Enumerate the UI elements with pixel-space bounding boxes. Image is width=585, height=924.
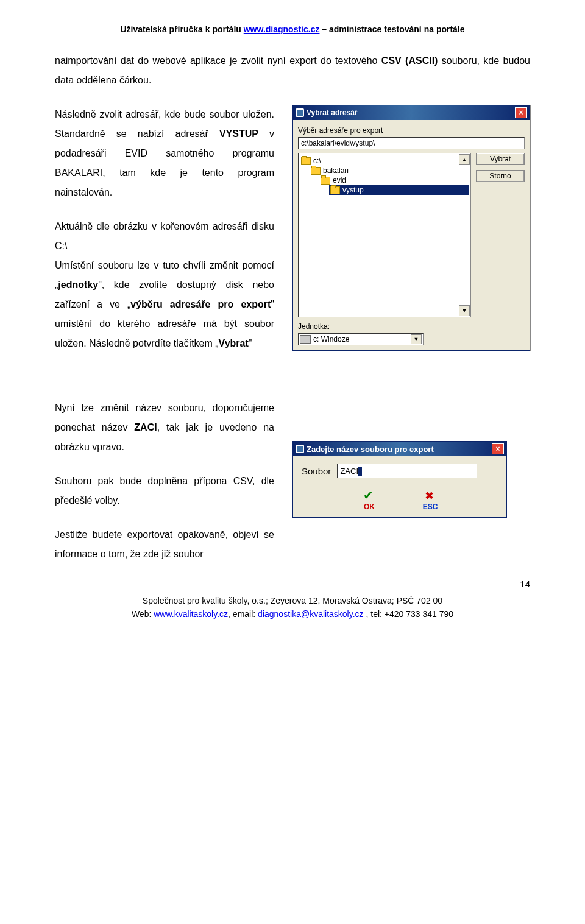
paragraph-3: Aktuálně dle obrázku v kořenovém adresář… [55, 217, 274, 353]
drive-combobox[interactable]: c: Windoze ▼ [298, 333, 424, 345]
header-prefix: Uživatelská příručka k portálu [120, 24, 243, 34]
folder-icon [330, 186, 340, 194]
folder-icon [301, 157, 311, 165]
dialog-select-folder: Vybrat adresář × Výběr adresáře pro expo… [292, 105, 530, 351]
header-suffix: – administrace testování na portále [319, 24, 464, 34]
check-icon [362, 492, 377, 501]
dialog1-titlebar[interactable]: Vybrat adresář × [293, 105, 530, 120]
page-footer: Společnost pro kvalitu školy, o.s.; Zeye… [55, 594, 530, 621]
footer-tel: +420 733 341 790 [385, 609, 453, 619]
drive-value: c: Windoze [313, 335, 349, 344]
app-icon [296, 445, 304, 453]
footer-email-link[interactable]: diagnostika@kvalitaskoly.cz [258, 609, 363, 619]
paragraph-1: naimportování dat do webové aplikace je … [55, 51, 530, 90]
close-icon[interactable]: × [492, 443, 504, 454]
tree-item-root[interactable]: c:\ [300, 156, 469, 166]
dialog-export-filename: Zadejte název souboru pro export × Soubo… [292, 441, 507, 518]
export-folder-label: Výběr adresáře pro export [298, 126, 525, 135]
page-header: Uživatelská příručka k portálu www.diagn… [55, 24, 530, 34]
dialog2-titlebar[interactable]: Zadejte název souboru pro export × [293, 442, 506, 456]
close-icon[interactable]: × [515, 107, 527, 118]
paragraph-5: Souboru pak bude doplněna přípona CSV, d… [55, 471, 274, 510]
header-link[interactable]: www.diagnostic.cz [244, 24, 320, 34]
tree-item-bakalari[interactable]: bakalari [310, 166, 469, 175]
page-number: 14 [55, 579, 530, 589]
ok-button[interactable]: OK [354, 492, 385, 511]
tree-item-vystup[interactable]: vystup [329, 185, 469, 195]
folder-icon [311, 167, 321, 175]
drive-icon [300, 335, 311, 344]
folder-icon [321, 177, 330, 185]
path-display: c:\bakalari\evid\vystup\ [298, 137, 525, 149]
soubor-label: Soubor [302, 466, 331, 476]
filename-input[interactable]: ZACI [337, 464, 477, 478]
dialog2-title: Zadejte název souboru pro export [307, 445, 492, 454]
scroll-up-icon[interactable]: ▲ [459, 154, 470, 165]
folder-tree[interactable]: ▲ ▼ c:\ bakalari evid vystup [298, 153, 471, 317]
jednotka-label: Jednotka: [298, 322, 525, 331]
paragraph-2: Následně zvolit adresář, kde bude soubor… [55, 105, 274, 202]
storno-button[interactable]: Storno [476, 170, 525, 182]
vybrat-button[interactable]: Vybrat [476, 153, 525, 165]
paragraph-6: Jestliže budete exportovat opakovaně, ob… [55, 525, 274, 564]
chevron-down-icon[interactable]: ▼ [411, 334, 422, 344]
scroll-down-icon[interactable]: ▼ [459, 305, 470, 316]
app-icon [296, 108, 304, 117]
text-cursor [358, 467, 362, 476]
dialog1-title: Vybrat adresář [307, 108, 515, 117]
paragraph-4: Nyní lze změnit název souboru, doporučuj… [55, 398, 274, 457]
footer-web-link[interactable]: www.kvalitaskoly.cz [154, 609, 228, 619]
x-icon [423, 492, 438, 501]
tree-item-evid[interactable]: evid [319, 175, 469, 185]
cancel-button[interactable]: ESC [415, 492, 445, 511]
footer-line1: Společnost pro kvalitu školy, o.s.; Zeye… [55, 594, 530, 607]
